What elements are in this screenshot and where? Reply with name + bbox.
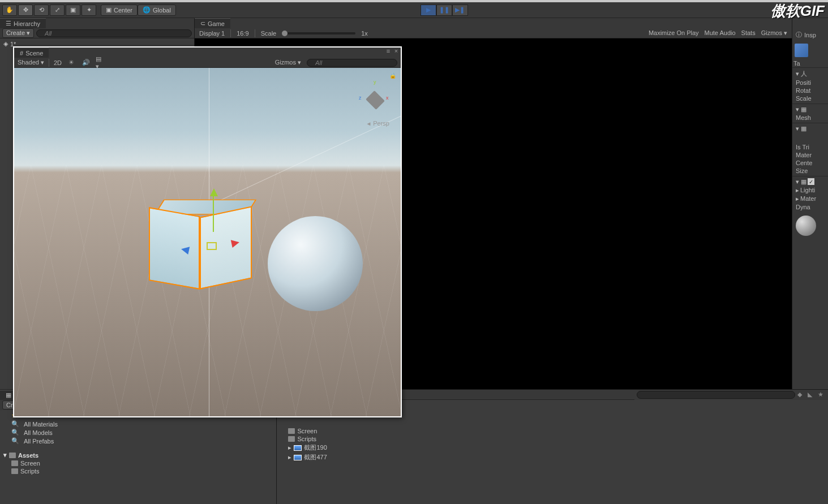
- asset-image-2[interactable]: ▸ 截图477: [278, 453, 633, 462]
- project-search-input[interactable]: [637, 391, 795, 399]
- asset-image-1[interactable]: ▸ 截图190: [278, 443, 633, 453]
- window-close-icon[interactable]: ×: [393, 48, 400, 54]
- mute-toggle[interactable]: Mute Audio: [705, 29, 736, 37]
- rotate-tool[interactable]: ⟲: [34, 5, 49, 16]
- scene-tab[interactable]: # Scene: [14, 48, 49, 58]
- gizmo-z-label: z: [359, 95, 362, 101]
- menu-component[interactable]: Component: [110, 0, 143, 2]
- folder-icon: [11, 460, 18, 466]
- cube-object-selected[interactable]: [157, 199, 253, 287]
- perspective-label[interactable]: ◄ Persp: [366, 120, 389, 127]
- size-row[interactable]: Size: [795, 167, 826, 175]
- scene-viewport[interactable]: 🔒 y x z ◄ Persp: [14, 68, 401, 416]
- materials-row[interactable]: ▸ Mater: [795, 195, 826, 203]
- dynamic-row[interactable]: Dyna: [795, 203, 826, 211]
- scene-tab-label: Scene: [25, 50, 43, 57]
- window-menu-icon[interactable]: ≡: [385, 48, 392, 54]
- hierarchy-create-button[interactable]: Create ▾: [2, 28, 34, 38]
- game-tab-label: Game: [208, 20, 225, 27]
- scale-slider[interactable]: [282, 32, 355, 35]
- move-gizmo-y-axis[interactable]: [213, 192, 214, 232]
- aspect-dropdown[interactable]: 16:9: [237, 30, 248, 37]
- menu-window[interactable]: Window: [151, 0, 173, 2]
- renderer-header[interactable]: ▾ ▦ ✓: [795, 178, 826, 186]
- shading-dropdown[interactable]: Shaded ▾: [18, 59, 44, 66]
- inspector-tab[interactable]: ⓘ Insp: [792, 28, 828, 41]
- renderer-checkbox[interactable]: ✓: [808, 178, 814, 185]
- move-gizmo-y-arrow-icon[interactable]: [210, 184, 218, 196]
- assets-root[interactable]: ▾ Assets: [1, 451, 275, 459]
- folder-icon: [288, 428, 295, 434]
- rotation-row[interactable]: Rotat: [795, 87, 826, 94]
- scene-gizmos-dropdown[interactable]: Gizmos ▾: [275, 59, 301, 66]
- scale-tool[interactable]: ⤢: [50, 5, 65, 16]
- hierarchy-search-input[interactable]: [36, 29, 192, 37]
- material-row[interactable]: Mater: [795, 151, 826, 159]
- project-right-panel: ◆ ◣ ★: [634, 390, 828, 504]
- asset-folder-screen[interactable]: Screen: [278, 427, 633, 435]
- scale-row[interactable]: Scale: [795, 94, 826, 102]
- stats-toggle[interactable]: Stats: [741, 29, 756, 37]
- transform-header[interactable]: ▾ 人: [795, 69, 826, 79]
- folder-scripts[interactable]: Scripts: [1, 467, 275, 475]
- maximize-toggle[interactable]: Maximize On Play: [649, 29, 699, 37]
- menu-gameobject[interactable]: GameObject: [68, 0, 103, 2]
- mesh-row[interactable]: Mesh: [795, 114, 826, 122]
- asset-folder-scripts[interactable]: Scripts: [278, 435, 633, 443]
- tag-row[interactable]: Ta: [792, 59, 828, 67]
- scale-label: Scale: [261, 30, 277, 37]
- game-tab[interactable]: ⊂ Game: [195, 18, 230, 28]
- istrigger-row[interactable]: Is Tri: [795, 143, 826, 151]
- lighting-row[interactable]: ▸ Lighti: [795, 186, 826, 195]
- watermark-text: 傲软GIF: [771, 1, 825, 21]
- space-toggle[interactable]: 🌐 Global: [138, 5, 176, 16]
- gameobject-icon[interactable]: [795, 44, 808, 57]
- pause-button[interactable]: ❚❚: [436, 5, 452, 16]
- project-grid[interactable]: [634, 400, 828, 504]
- display-dropdown[interactable]: Display 1: [199, 30, 225, 37]
- audio-toggle-icon[interactable]: 🔊: [81, 59, 91, 67]
- move-gizmo-center[interactable]: [207, 242, 217, 250]
- center-row[interactable]: Cente: [795, 159, 826, 167]
- folder-icon: [11, 468, 18, 474]
- search-icon: 🔍: [11, 420, 19, 428]
- hand-tool[interactable]: ✋: [2, 5, 17, 16]
- hierarchy-tab[interactable]: ☰ Hierarchy: [0, 18, 46, 28]
- image-icon: [294, 455, 302, 460]
- menu-file[interactable]: File: [5, 0, 15, 2]
- move-tool[interactable]: ✥: [18, 5, 33, 16]
- step-button[interactable]: ▶❚: [452, 5, 468, 16]
- menu-edit[interactable]: Edit: [23, 0, 33, 2]
- gizmos-dropdown[interactable]: Gizmos ▾: [761, 29, 787, 37]
- fav-all-models[interactable]: 🔍All Models: [1, 428, 275, 437]
- fav-all-materials[interactable]: 🔍All Materials: [1, 420, 275, 428]
- pivot-toggle[interactable]: ▣ Center: [101, 5, 138, 16]
- scene-search-input[interactable]: [307, 59, 397, 67]
- rect-tool[interactable]: ▣: [66, 5, 80, 16]
- menu-help[interactable]: Help: [181, 0, 194, 2]
- light-toggle-icon[interactable]: ☀: [66, 59, 76, 67]
- orientation-gizmo[interactable]: y x z: [355, 78, 395, 118]
- collider-header[interactable]: ▾ ▦: [795, 124, 826, 133]
- dropdown-icon: ▾: [27, 29, 30, 36]
- filter-icon[interactable]: ◆: [797, 391, 805, 399]
- gizmo-y-label: y: [374, 79, 376, 85]
- meshfilter-header[interactable]: ▾ ▦: [795, 105, 826, 114]
- image-icon: [294, 445, 302, 451]
- transform-tool[interactable]: ✦: [81, 5, 96, 16]
- favorite-icon[interactable]: ★: [818, 391, 826, 399]
- menu-assets[interactable]: Assets: [41, 0, 60, 2]
- position-row[interactable]: Positi: [795, 79, 826, 87]
- label-icon[interactable]: ◣: [808, 391, 816, 399]
- fav-all-prefabs[interactable]: 🔍All Prefabs: [1, 437, 275, 445]
- scene-window[interactable]: # Scene ≡ × Shaded ▾ 2D ☀ 🔊 ▤ ▾ Gizmos ▾: [13, 46, 402, 417]
- play-button[interactable]: ▶: [421, 5, 436, 16]
- sphere-object[interactable]: [268, 216, 363, 311]
- search-icon: 🔍: [11, 437, 19, 445]
- fx-dropdown-icon[interactable]: ▤ ▾: [96, 59, 106, 67]
- inspector-title: Insp: [804, 32, 816, 38]
- folder-screen[interactable]: Screen: [1, 459, 275, 467]
- material-preview[interactable]: [796, 216, 816, 236]
- search-icon: 🔍: [11, 429, 19, 436]
- 2d-toggle[interactable]: 2D: [54, 59, 62, 66]
